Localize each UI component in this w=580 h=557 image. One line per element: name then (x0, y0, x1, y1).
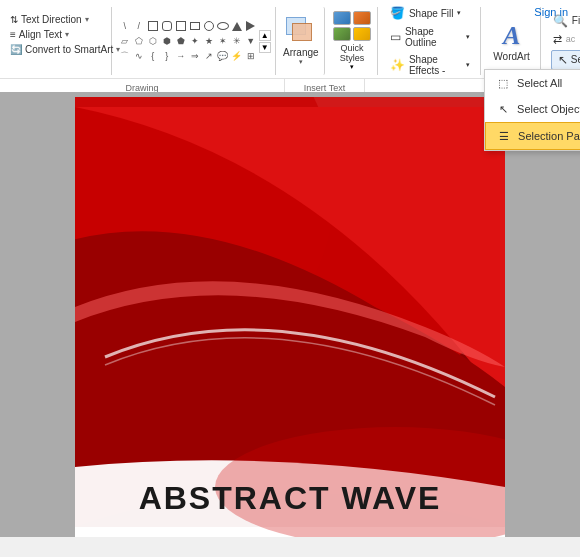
shape-star6[interactable]: ✶ (216, 34, 230, 48)
caret-icon: ▾ (85, 15, 89, 24)
select-dropdown: ⬚ Select All ↖ Select Objects ☰ Selectio… (484, 69, 580, 151)
shape-arrow2[interactable]: ⇒ (188, 49, 202, 63)
quick-styles-section[interactable]: QuickStyles ▾ (327, 7, 378, 75)
shapes-grid: \ / ▱ ⬠ ⬡ ⬢ (118, 19, 257, 63)
shape-roundrect[interactable] (160, 19, 174, 33)
shape-star4[interactable]: ✦ (188, 34, 202, 48)
arrange-section: Arrange ▾ (278, 7, 325, 75)
text-direction-btn[interactable]: ⇅ Text Direction ▾ (6, 13, 107, 26)
convert-smartart-btn[interactable]: 🔄 Convert to SmartArt ▾ (6, 43, 107, 56)
sign-in-link[interactable]: Sign in (530, 2, 572, 22)
fill-caret: ▾ (457, 9, 461, 17)
shape-ellipse[interactable] (216, 19, 230, 33)
shape-effects-btn[interactable]: ✨ Shape Effects - ▾ (388, 53, 472, 77)
arrange-label: Arrange (283, 47, 319, 58)
toolbar-inner: ⇅ Text Direction ▾ ≡ Align Text ▾ 🔄 Conv… (0, 4, 580, 78)
canvas-area: ABSTRACT WAVE (0, 92, 580, 537)
toolbar: ⇅ Text Direction ▾ ≡ Align Text ▾ 🔄 Conv… (0, 0, 580, 92)
wave-background (75, 97, 505, 537)
selection-pane-label: Selection Pane... (518, 130, 580, 142)
text-section: ⇅ Text Direction ▾ ≡ Align Text ▾ 🔄 Conv… (2, 7, 112, 75)
smartart-icon: 🔄 (10, 44, 22, 55)
shape-star8[interactable]: ✳ (230, 34, 244, 48)
scroll-down[interactable]: ▼ (259, 42, 271, 53)
shape-trap[interactable]: ⬠ (132, 34, 146, 48)
shape-para[interactable]: ▱ (118, 34, 132, 48)
caret-icon2: ▾ (65, 30, 69, 39)
selection-pane-item[interactable]: ☰ Selection Pane... (485, 122, 580, 150)
outline-icon: ▭ (390, 30, 401, 44)
shape-tri[interactable] (230, 19, 244, 33)
align-text-btn[interactable]: ≡ Align Text ▾ (6, 28, 107, 41)
shape-more[interactable]: ▼ (244, 34, 258, 48)
selection-pane-icon: ☰ (496, 128, 512, 144)
text-direction-icon: ⇅ (10, 14, 18, 25)
outline-caret: ▾ (466, 33, 470, 41)
shape-freeform[interactable]: ∿ (132, 49, 146, 63)
select-all-icon: ⬚ (495, 75, 511, 91)
effects-icon: ✨ (390, 58, 405, 72)
scroll-up[interactable]: ▲ (259, 30, 271, 41)
select-icon: ↖ (558, 53, 568, 67)
select-objects-item[interactable]: ↖ Select Objects (485, 96, 580, 122)
arrange-caret: ▾ (299, 58, 303, 66)
wordart-label: WordArt (493, 51, 530, 62)
toolbar-top: ⇅ Text Direction ▾ ≡ Align Text ▾ 🔄 Conv… (0, 4, 580, 78)
fill-icon: 🪣 (390, 6, 405, 20)
shape-rect3[interactable] (188, 19, 202, 33)
shape-circle[interactable] (202, 19, 216, 33)
replace-btn[interactable]: ⇄ ac Replace ▾ (551, 32, 580, 47)
select-objects-icon: ↖ (495, 101, 511, 117)
shape-brace-r[interactable]: } (160, 49, 174, 63)
shape-rect[interactable] (146, 19, 160, 33)
slide-title: ABSTRACT WAVE (139, 480, 442, 517)
shape-penta[interactable]: ⬟ (174, 34, 188, 48)
shapes-scroll[interactable]: ▲ ▼ (259, 30, 271, 53)
shape-rect2[interactable] (174, 19, 188, 33)
select-btn[interactable]: ↖ Select ▾ (551, 50, 580, 70)
shape-curve[interactable]: ⌒ (118, 49, 132, 63)
select-all-label: Select All (517, 77, 562, 89)
slide: ABSTRACT WAVE (75, 97, 505, 537)
shape-action[interactable]: ⚡ (230, 49, 244, 63)
quick-styles-caret: ▾ (350, 63, 354, 71)
shape-arrow[interactable]: → (174, 49, 188, 63)
wordart-icon: A (503, 21, 520, 51)
styles-grid (333, 11, 371, 41)
shape-callout[interactable]: 💬 (216, 49, 230, 63)
arrange-icon (286, 17, 316, 45)
quick-styles-label: QuickStyles (340, 43, 365, 63)
shape-arrow3[interactable]: ↗ (202, 49, 216, 63)
shape-extra[interactable]: ⊞ (244, 49, 258, 63)
shape-line[interactable]: \ (118, 19, 132, 33)
replace-icon: ⇄ (553, 33, 562, 46)
effects-caret: ▾ (466, 61, 470, 69)
shape-octa[interactable]: ⬢ (160, 34, 174, 48)
select-objects-label: Select Objects (517, 103, 580, 115)
shape-outline-btn[interactable]: ▭ Shape Outline ▾ (388, 25, 472, 49)
shape-hexa[interactable]: ⬡ (146, 34, 160, 48)
shape-props-section: 🪣 Shape Fill ▾ ▭ Shape Outline ▾ ✨ Shape… (380, 7, 481, 75)
align-text-icon: ≡ (10, 29, 16, 40)
shape-brace-l[interactable]: { (146, 49, 160, 63)
shape-line2[interactable]: / (132, 19, 146, 33)
app-window: Sign in ⇅ Text Direction ▾ ≡ Align Text … (0, 0, 580, 557)
shape-rtri[interactable] (244, 19, 258, 33)
shapes-section: \ / ▱ ⬠ ⬡ ⬢ (114, 7, 276, 75)
select-all-item[interactable]: ⬚ Select All (485, 70, 580, 96)
shape-fill-btn[interactable]: 🪣 Shape Fill ▾ (388, 5, 472, 21)
shape-star5[interactable]: ★ (202, 34, 216, 48)
